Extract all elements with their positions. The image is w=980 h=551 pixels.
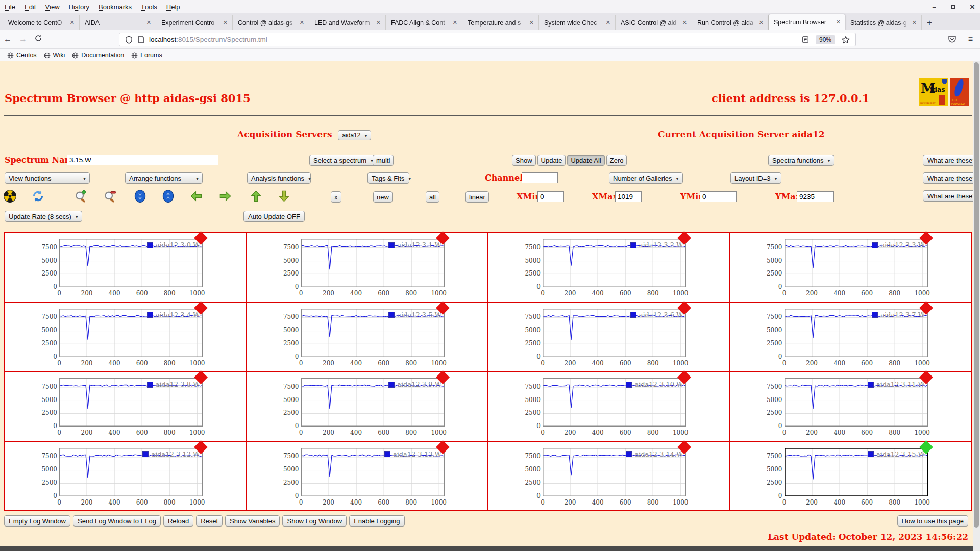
tab-4[interactable]: Control @ aidas-gs✕ <box>233 15 309 30</box>
spectrum-cell-2[interactable]: 025005000750002004006008001000aida12 3.2… <box>488 233 729 302</box>
spectrum-cell-15[interactable]: 025005000750002004006008001000aida12 3.1… <box>730 442 971 511</box>
spectra-functions-select[interactable]: Spectra functions▾ <box>768 155 834 166</box>
menu-edit[interactable]: Edit <box>20 0 40 13</box>
spectrum-cell-10[interactable]: 025005000750002004006008001000aida12 3.1… <box>488 372 729 441</box>
menu-help[interactable]: Help <box>162 0 185 13</box>
tab-close-icon[interactable]: ✕ <box>757 19 765 26</box>
send-log-window-to-elog-button[interactable]: Send Log Window to ELog <box>73 515 161 527</box>
enable-logging-button[interactable]: Enable Logging <box>349 515 404 527</box>
zero-button[interactable]: Zero <box>606 155 627 166</box>
tab-12[interactable]: Statistics @ aidas-g✕ <box>845 15 922 30</box>
update-button[interactable]: Update <box>537 155 566 166</box>
spectrum-cell-6[interactable]: 025005000750002004006008001000aida12 3.6… <box>488 303 729 371</box>
menu-file[interactable]: File <box>0 0 20 13</box>
scrollbar-thumb[interactable] <box>974 62 979 528</box>
menu-tools[interactable]: Tools <box>136 0 162 13</box>
select-a-spectrum-select[interactable]: Select a spectrum▾ <box>309 155 377 166</box>
bookmark-documentation[interactable]: Documentation <box>72 52 124 59</box>
bookmark-centos[interactable]: Centos <box>7 52 37 59</box>
tags-fits-select[interactable]: Tags & Fits▾ <box>368 172 409 184</box>
xmin-input[interactable] <box>537 191 564 202</box>
what-are-these-button-3[interactable]: What are these? <box>923 190 980 202</box>
tab-1[interactable]: Welcome to CentO✕ <box>3 15 80 30</box>
tab-close-icon[interactable]: ✕ <box>451 19 459 26</box>
radiation-icon[interactable] <box>3 189 17 205</box>
layout-id-select[interactable]: Layout ID=3▾ <box>730 172 781 184</box>
spectrum-cell-8[interactable]: 025005000750002004006008001000aida12 3.8… <box>5 372 246 441</box>
tab-6[interactable]: FADC Align & Cont✕ <box>386 15 462 30</box>
arrow-up-icon[interactable] <box>249 189 263 205</box>
zoom-out-icon[interactable] <box>103 189 117 205</box>
hamburger-menu-icon[interactable]: ≡ <box>968 35 973 44</box>
scroll-down-icon[interactable] <box>133 189 147 205</box>
menu-history[interactable]: History <box>64 0 94 13</box>
close-button[interactable]: ✕ <box>969 3 976 11</box>
arrow-down-icon[interactable] <box>277 189 291 205</box>
url-bar[interactable]: localhost:8015/Spectrum/Spectrum.tml 90% <box>119 33 856 46</box>
spectrum-cell-4[interactable]: 025005000750002004006008001000aida12 3.4… <box>5 303 246 371</box>
ymax-input[interactable] <box>797 191 834 202</box>
reload-button[interactable] <box>31 34 46 44</box>
channel-input[interactable] <box>522 172 558 183</box>
reload-button[interactable]: Reload <box>163 515 193 527</box>
tab-close-icon[interactable]: ✕ <box>145 19 153 26</box>
maximize-button[interactable] <box>951 5 955 9</box>
show-log-window-button[interactable]: Show Log Window <box>282 515 347 527</box>
tab-close-icon[interactable]: ✕ <box>298 19 306 26</box>
spectrum-cell-14[interactable]: 025005000750002004006008001000aida12 3.1… <box>488 442 729 511</box>
back-button[interactable]: ← <box>0 35 15 44</box>
spectrum-cell-3[interactable]: 025005000750002004006008001000aida12 3.3… <box>730 233 971 302</box>
empty-log-window-button[interactable]: Empty Log Window <box>4 515 70 527</box>
acquisition-server-select[interactable]: aida12▾ <box>338 130 371 140</box>
page-info-icon[interactable] <box>138 36 144 43</box>
tab-9[interactable]: ASIC Control @ aid✕ <box>616 15 692 30</box>
multi-button[interactable]: multi <box>373 155 394 166</box>
update-rate-select[interactable]: Update Rate (8 secs)▾ <box>5 211 82 222</box>
ymin-input[interactable] <box>700 191 737 202</box>
tab-close-icon[interactable]: ✕ <box>222 19 229 26</box>
tab-close-icon[interactable]: ✕ <box>911 19 918 26</box>
spectrum-cell-13[interactable]: 025005000750002004006008001000aida12 3.1… <box>247 442 488 511</box>
tab-2[interactable]: AIDA✕ <box>80 15 156 30</box>
auto-update-button[interactable]: Auto Update OFF <box>243 211 305 222</box>
tab-10[interactable]: Run Control @ aida✕ <box>692 15 769 30</box>
tab-11[interactable]: Spectrum Browser✕ <box>769 14 845 30</box>
tab-close-icon[interactable]: ✕ <box>681 19 689 26</box>
linear-button[interactable]: linear <box>465 191 489 203</box>
refresh-icon[interactable] <box>31 189 45 205</box>
reset-button[interactable]: Reset <box>196 515 223 527</box>
new-button[interactable]: new <box>373 191 393 203</box>
all-button[interactable]: all <box>426 191 439 203</box>
how-to-use-button[interactable]: How to use this page <box>897 515 968 527</box>
update-all-button[interactable]: Update All <box>567 155 604 166</box>
menu-bookmarks[interactable]: Bookmarks <box>94 0 136 13</box>
spectrum-cell-1[interactable]: 025005000750002004006008001000aida12 3.1… <box>247 233 488 302</box>
arrow-right-icon[interactable] <box>218 189 232 205</box>
what-are-these-button-2[interactable]: What are these? <box>923 172 980 184</box>
x-button[interactable]: x <box>331 191 341 203</box>
analysis-functions-select[interactable]: Analysis functions▾ <box>247 172 311 184</box>
tab-close-icon[interactable]: ✕ <box>604 19 612 26</box>
spectrum-cell-11[interactable]: 025005000750002004006008001000aida12 3.1… <box>730 372 971 441</box>
spectrum-cell-9[interactable]: 025005000750002004006008001000aida12 3.9… <box>247 372 488 441</box>
tab-3[interactable]: Experiment Contro✕ <box>156 15 233 30</box>
show-variables-button[interactable]: Show Variables <box>225 515 280 527</box>
new-tab-button[interactable]: + <box>922 15 937 30</box>
view-functions-select[interactable]: View functions▾ <box>5 172 90 184</box>
number-of-galleries-select[interactable]: Number of Galleries▾ <box>609 172 683 184</box>
spectrum-cell-7[interactable]: 025005000750002004006008001000aida12 3.7… <box>730 303 971 371</box>
menu-view[interactable]: View <box>40 0 64 13</box>
tab-close-icon[interactable]: ✕ <box>375 19 382 26</box>
pocket-icon[interactable] <box>948 35 957 46</box>
reader-mode-icon[interactable] <box>802 36 809 43</box>
spectrum-cell-5[interactable]: 025005000750002004006008001000aida12 3.5… <box>247 303 488 371</box>
tab-5[interactable]: LED and Waveform✕ <box>309 15 386 30</box>
spectrum-cell-12[interactable]: 025005000750002004006008001000aida12 3.1… <box>5 442 246 511</box>
bookmark-star-icon[interactable] <box>842 36 850 44</box>
shield-icon[interactable] <box>125 36 133 44</box>
tab-close-icon[interactable]: ✕ <box>68 19 76 26</box>
bookmark-forums[interactable]: Forums <box>131 52 162 59</box>
zoom-level-badge[interactable]: 90% <box>816 35 835 44</box>
tab-close-icon[interactable]: ✕ <box>835 19 842 26</box>
bookmark-wiki[interactable]: Wiki <box>44 52 65 59</box>
